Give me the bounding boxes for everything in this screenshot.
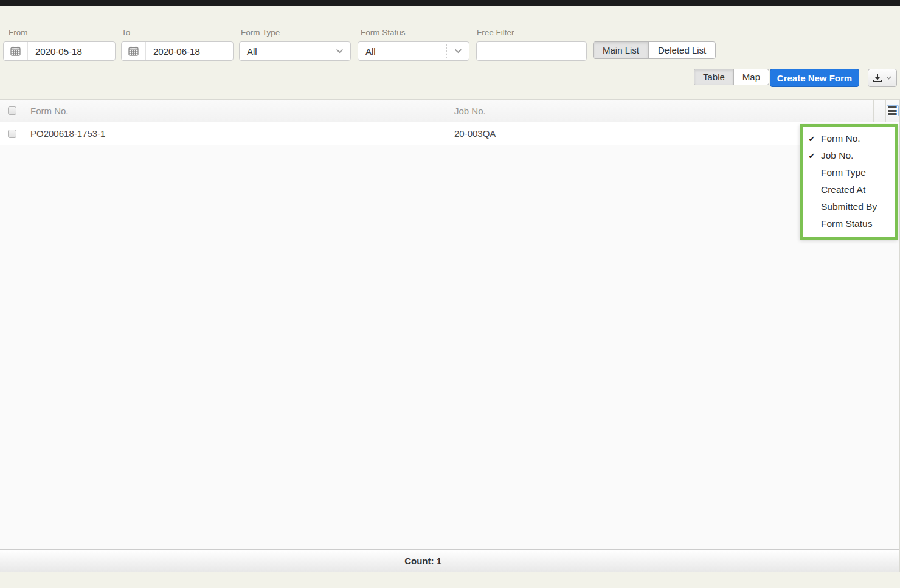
table-body-empty-area [0, 145, 899, 549]
create-new-form-button[interactable]: Create New Form [770, 69, 859, 87]
table-row[interactable]: PO200618-1753-1 20-003QA [0, 122, 899, 145]
form-status-label: Form Status [361, 28, 406, 37]
to-date-input[interactable]: 2020-06-18 [121, 41, 234, 61]
row-form-no[interactable]: PO200618-1753-1 [24, 122, 448, 145]
map-view-button[interactable]: Map [734, 69, 769, 85]
top-black-bar [0, 0, 900, 6]
form-status-select[interactable]: All [358, 41, 469, 61]
from-date-value[interactable]: 2020-05-18 [28, 46, 82, 57]
to-label: To [122, 28, 130, 37]
menu-item-submitted-by[interactable]: ✔ Submitted By [803, 198, 895, 215]
column-header-form-no[interactable]: Form No. [24, 100, 448, 122]
menu-item-label: Created At [821, 184, 865, 195]
row-count: Count: 1 [24, 550, 448, 572]
header-spacer-cell [874, 100, 886, 122]
menu-item-form-type[interactable]: ✔ Form Type [803, 164, 895, 181]
view-toggle-group: Table Map [694, 69, 769, 85]
free-filter-label: Free Filter [477, 28, 514, 37]
free-filter-input[interactable] [477, 42, 586, 60]
menu-item-label: Job No. [821, 150, 853, 161]
select-all-cell [0, 100, 24, 122]
menu-item-form-no[interactable]: ✔ Form No. [803, 130, 895, 147]
menu-item-label: Form Status [821, 218, 872, 229]
menu-item-label: Form No. [821, 133, 860, 144]
from-date-input[interactable]: 2020-05-18 [3, 41, 116, 61]
menu-item-created-at[interactable]: ✔ Created At [803, 181, 895, 198]
row-checkbox-cell [0, 122, 24, 145]
menu-item-label: Submitted By [821, 201, 877, 212]
select-all-checkbox[interactable] [8, 106, 16, 115]
main-list-button[interactable]: Main List [594, 42, 649, 58]
menu-item-form-status[interactable]: ✔ Form Status [803, 215, 895, 232]
footer-spacer [448, 550, 899, 572]
row-checkbox[interactable] [8, 130, 16, 138]
menu-item-job-no[interactable]: ✔ Job No. [803, 147, 895, 164]
form-status-value: All [358, 46, 446, 57]
deleted-list-button[interactable]: Deleted List [649, 42, 715, 58]
table-view-button[interactable]: Table [694, 69, 734, 85]
form-type-label: Form Type [241, 28, 280, 37]
from-label: From [9, 28, 28, 37]
download-button[interactable] [868, 69, 897, 87]
check-icon: ✔ [803, 151, 821, 161]
form-type-select[interactable]: All [239, 41, 351, 61]
to-date-value[interactable]: 2020-06-18 [146, 46, 200, 57]
download-icon [873, 74, 882, 82]
chevron-down-icon[interactable] [446, 44, 469, 58]
check-icon: ✔ [803, 134, 821, 144]
menu-item-label: Form Type [821, 167, 866, 178]
column-menu-button[interactable] [887, 106, 898, 116]
free-filter-inputbox[interactable] [476, 41, 587, 61]
table-footer-row: Count: 1 [0, 549, 899, 572]
chevron-down-icon [886, 76, 891, 80]
form-type-value: All [240, 46, 328, 57]
calendar-icon[interactable] [4, 42, 28, 60]
table-header-row: Form No. Job No. [0, 100, 899, 122]
calendar-icon[interactable] [122, 42, 146, 60]
column-menu-cell [886, 100, 899, 122]
column-header-job-no[interactable]: Job No. [448, 100, 874, 122]
list-toggle-group: Main List Deleted List [593, 41, 716, 59]
column-chooser-menu: ✔ Form No. ✔ Job No. ✔ Form Type ✔ Creat… [800, 124, 898, 240]
chevron-down-icon[interactable] [328, 44, 350, 58]
forms-table: Form No. Job No. PO200618-1753-1 20-003Q… [0, 99, 900, 572]
footer-checkbox-cell [0, 550, 24, 572]
